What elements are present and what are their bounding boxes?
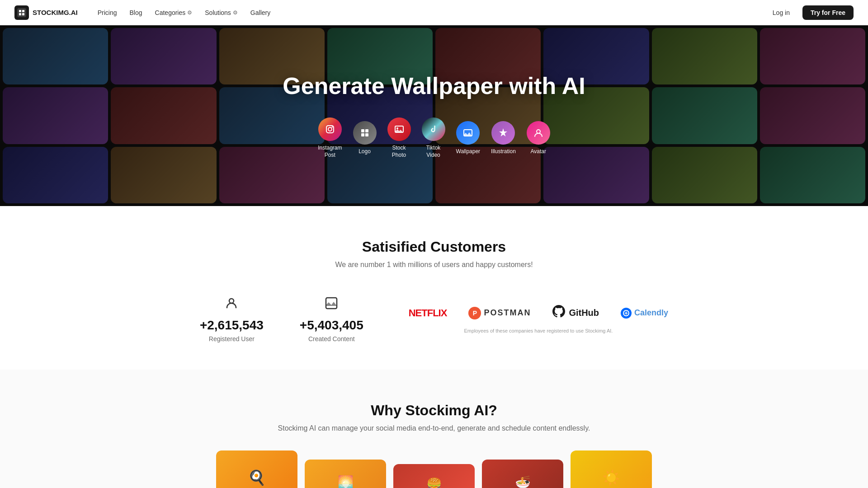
- hero-tile: [3, 87, 108, 144]
- logo-icon: [14, 5, 29, 20]
- svg-point-3: [331, 127, 333, 128]
- hero-content: Generate Wallpaper with AI InstagramPost…: [283, 72, 585, 159]
- instagram-icon: [318, 117, 342, 141]
- users-count: +2,615,543: [200, 318, 264, 333]
- nav-links: Pricing Blog Categories ⚙ Solutions ⚙ Ga…: [92, 6, 765, 19]
- category-avatar[interactable]: Avatar: [527, 121, 550, 155]
- categories-dropdown-icon: ⚙: [187, 9, 192, 16]
- hero-tile: [652, 28, 757, 84]
- satisfied-title: Satisified Customers: [18, 239, 850, 255]
- content-icon: [324, 296, 339, 314]
- logo-github: GitHub: [552, 305, 599, 321]
- navbar: STOCKIMG.AI Pricing Blog Categories ⚙ So…: [0, 0, 868, 25]
- stock-photo-label: StockPhoto: [392, 145, 406, 159]
- why-subtitle: Stockimg AI can manage your social media…: [18, 424, 850, 432]
- nav-categories[interactable]: Categories ⚙: [150, 6, 198, 19]
- logos-block: NETFLIX P POSTMAN GitHub Calendly: [409, 305, 668, 333]
- why-section: Why Stockimg AI? Stockimg AI can manage …: [0, 370, 868, 488]
- svg-rect-6: [361, 133, 364, 136]
- svg-point-9: [396, 127, 398, 129]
- nav-solutions[interactable]: Solutions ⚙: [199, 6, 243, 19]
- tiktok-label: TiktokVideo: [426, 145, 441, 159]
- github-icon: [552, 305, 565, 321]
- hero-tile: [652, 147, 757, 203]
- hero-tile: [111, 28, 216, 84]
- category-tiktok[interactable]: TiktokVideo: [422, 117, 445, 159]
- category-illustration[interactable]: Illustration: [491, 121, 516, 155]
- github-wordmark: GitHub: [569, 308, 599, 318]
- why-cards: 🍳 🌅 🍔 🍜 ☀️: [18, 450, 850, 488]
- hero-tile: [760, 28, 865, 84]
- svg-point-2: [328, 127, 332, 131]
- hero-tile: [760, 147, 865, 203]
- why-card-2: 🌅: [305, 460, 386, 488]
- login-button[interactable]: Log in: [765, 5, 797, 20]
- logo-netflix: NETFLIX: [409, 307, 447, 319]
- tiktok-icon: [422, 117, 445, 141]
- hero-title: Generate Wallpaper with AI: [283, 72, 585, 99]
- wallpaper-label: Wallpaper: [456, 148, 481, 155]
- stats-block: +2,615,543 Registered User +5,403,405 Cr…: [200, 296, 363, 343]
- solutions-dropdown-icon: ⚙: [233, 9, 238, 16]
- why-card-3: 🍔: [393, 464, 475, 488]
- svg-rect-13: [326, 298, 337, 309]
- postman-icon: P: [468, 307, 481, 319]
- logo-category-icon: [353, 121, 377, 145]
- instagram-label: InstagramPost: [318, 145, 342, 159]
- netflix-wordmark: NETFLIX: [409, 307, 447, 319]
- logo-link[interactable]: STOCKIMG.AI: [14, 5, 78, 20]
- svg-rect-0: [17, 8, 26, 17]
- calendly-icon: [621, 308, 632, 319]
- postman-wordmark: POSTMAN: [484, 308, 531, 318]
- logos-disclaimer: Employees of these companies have regist…: [464, 328, 613, 333]
- logo-category-label: Logo: [359, 148, 371, 155]
- nav-actions: Log in Try for Free: [765, 5, 854, 20]
- svg-point-11: [537, 130, 540, 133]
- nav-pricing[interactable]: Pricing: [92, 6, 123, 19]
- svg-rect-5: [365, 129, 368, 132]
- hero-tile: [3, 147, 108, 203]
- avatar-icon: [527, 121, 550, 145]
- logos-row: NETFLIX P POSTMAN GitHub Calendly: [409, 305, 668, 321]
- nav-blog[interactable]: Blog: [124, 6, 148, 19]
- svg-point-12: [229, 299, 234, 303]
- logo-text: STOCKIMG.AI: [33, 9, 78, 16]
- satisfied-section: Satisified Customers We are number 1 wit…: [0, 206, 868, 370]
- svg-rect-4: [361, 129, 364, 132]
- wallpaper-icon: [456, 121, 480, 145]
- hero-tile: [111, 147, 216, 203]
- category-wallpaper[interactable]: Wallpaper: [456, 121, 481, 155]
- hero-tile: [652, 87, 757, 144]
- category-logo[interactable]: Logo: [353, 121, 377, 155]
- hero-tile: [111, 87, 216, 144]
- avatar-label: Avatar: [531, 148, 546, 155]
- stats-logos-row: +2,615,543 Registered User +5,403,405 Cr…: [18, 296, 850, 343]
- satisfied-subtitle: We are number 1 with millions of users a…: [18, 261, 850, 269]
- category-stock-photo[interactable]: StockPhoto: [387, 117, 411, 159]
- illustration-icon: [491, 121, 515, 145]
- logo-postman: P POSTMAN: [468, 307, 531, 319]
- why-card-1: 🍳: [216, 450, 297, 488]
- logo-calendly: Calendly: [621, 308, 668, 319]
- content-count: +5,403,405: [300, 318, 363, 333]
- hero-tile: [3, 28, 108, 84]
- svg-rect-7: [365, 133, 368, 136]
- stat-users: +2,615,543 Registered User: [200, 296, 264, 343]
- why-card-5: ☀️: [571, 450, 652, 488]
- try-for-free-button[interactable]: Try for Free: [802, 5, 854, 20]
- why-title: Why Stockimg AI?: [18, 402, 850, 419]
- users-label: Registered User: [209, 335, 255, 343]
- nav-gallery[interactable]: Gallery: [245, 6, 276, 19]
- hero-categories: InstagramPost Logo StockPhoto TiktokVide…: [283, 117, 585, 159]
- category-instagram[interactable]: InstagramPost: [318, 117, 342, 159]
- illustration-label: Illustration: [491, 148, 516, 155]
- content-label: Created Content: [308, 335, 355, 343]
- calendly-wordmark: Calendly: [634, 308, 668, 318]
- hero-tile: [760, 87, 865, 144]
- stat-content: +5,403,405 Created Content: [300, 296, 363, 343]
- hero-section: Generate Wallpaper with AI InstagramPost…: [0, 25, 868, 206]
- users-icon: [224, 296, 239, 314]
- why-card-4: 🍜: [482, 460, 563, 488]
- stock-photo-icon: [387, 117, 411, 141]
